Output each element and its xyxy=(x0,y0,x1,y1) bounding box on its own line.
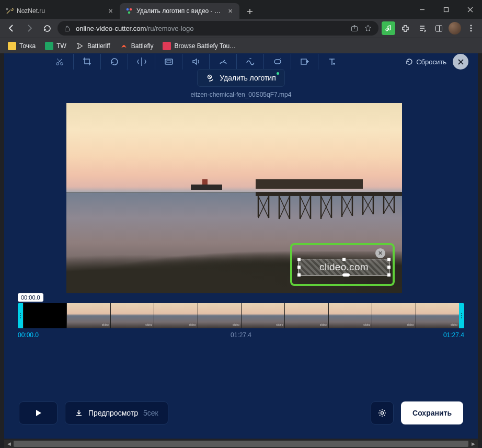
resize-handle[interactable] xyxy=(297,273,301,277)
bookmark-label: Battlefly xyxy=(131,42,154,50)
scroll-left-icon[interactable]: ◀ xyxy=(4,440,14,448)
bookmark-item[interactable]: Battleriff xyxy=(72,40,114,52)
bookmark-item[interactable]: Battlefly xyxy=(116,40,157,52)
timeline-tooltip: 00:00.0 xyxy=(18,293,43,302)
rotate-tool-icon[interactable] xyxy=(100,54,128,70)
remove-logo-row: Удалить логотип xyxy=(4,69,478,87)
svg-point-0 xyxy=(127,8,129,11)
extension-music-icon[interactable] xyxy=(382,21,395,35)
timeline-thumb[interactable] xyxy=(23,303,66,328)
reset-button[interactable]: Сбросить xyxy=(405,58,446,66)
timeline-thumb[interactable]: clideo xyxy=(328,303,372,328)
stabilize-tool-icon[interactable] xyxy=(236,54,263,70)
reading-list-icon[interactable] xyxy=(415,21,429,35)
watermark-text: clideo.com xyxy=(319,261,369,273)
svg-rect-6 xyxy=(435,26,442,31)
star-icon[interactable] xyxy=(364,24,372,32)
side-panel-icon[interactable] xyxy=(432,21,445,35)
timeline[interactable]: clideo clideo clideo clideo clideo clide… xyxy=(18,303,464,328)
scrollbar-thumb[interactable] xyxy=(14,441,468,447)
window-controls xyxy=(410,0,482,19)
video-editor-app: Сбросить Удалить логотип eitzen-chemical… xyxy=(4,53,478,439)
cut-tool-icon[interactable] xyxy=(46,54,73,70)
bookmark-item[interactable]: TW xyxy=(41,40,70,52)
timeline-thumb[interactable]: clideo xyxy=(241,303,284,328)
svg-rect-13 xyxy=(167,61,171,63)
tab-title: Удалить логотип с видео - стер xyxy=(136,7,223,15)
time-start-label: 00:00.0 xyxy=(18,331,39,339)
timeline-thumb[interactable]: clideo xyxy=(198,303,241,328)
svg-rect-14 xyxy=(274,60,281,64)
timeline-thumb[interactable]: clideo xyxy=(372,303,415,328)
url-bar[interactable]: online-video-cutter.com/ru/remove-logo xyxy=(58,21,378,36)
timeline-handle-right[interactable] xyxy=(459,303,464,328)
loop-tool-icon[interactable] xyxy=(263,54,291,70)
resize-handle[interactable] xyxy=(387,266,391,269)
video-frame-ship xyxy=(191,179,222,194)
browser-toolbar: online-video-cutter.com/ru/remove-logo xyxy=(0,19,482,38)
time-mid-label: 01:27.4 xyxy=(231,331,251,339)
preview-label: Предпросмотр xyxy=(88,409,138,417)
svg-point-2 xyxy=(128,12,131,14)
svg-rect-4 xyxy=(65,28,70,31)
svg-point-8 xyxy=(470,28,472,29)
close-tab-icon[interactable]: ✕ xyxy=(106,7,114,15)
preview-button[interactable]: Предпросмотр 5сек xyxy=(65,401,168,424)
close-panel-button[interactable] xyxy=(453,54,468,70)
bookmark-item[interactable]: Browse Battlefy Tou… xyxy=(159,40,239,52)
timeline-handle-left[interactable] xyxy=(18,303,23,328)
app-toolbar: Сбросить xyxy=(4,53,478,70)
back-button[interactable] xyxy=(4,21,19,36)
share-icon[interactable] xyxy=(350,24,359,32)
play-button[interactable] xyxy=(19,401,58,424)
window-close-button[interactable] xyxy=(458,0,482,19)
flip-tool-icon[interactable] xyxy=(128,54,155,70)
resize-handle[interactable] xyxy=(387,273,391,277)
menu-icon[interactable] xyxy=(464,21,478,35)
extensions-icon[interactable] xyxy=(398,21,412,35)
save-button[interactable]: Сохранить xyxy=(401,401,463,424)
settings-button[interactable] xyxy=(371,401,394,424)
selection-close-button[interactable]: ✕ xyxy=(375,248,385,258)
resize-handle[interactable] xyxy=(297,258,301,261)
speed-tool-icon[interactable] xyxy=(209,54,236,70)
logo-selection-box[interactable]: clideo.com xyxy=(299,259,389,275)
add-media-tool-icon[interactable] xyxy=(291,54,318,70)
tool-icons-strip xyxy=(46,54,345,70)
timeline-thumb[interactable]: clideo xyxy=(416,303,459,328)
resize-handle[interactable] xyxy=(342,273,350,277)
resize-tool-icon[interactable] xyxy=(155,54,182,70)
resize-handle[interactable] xyxy=(297,266,301,269)
text-tool-icon[interactable] xyxy=(318,54,345,70)
profile-avatar[interactable] xyxy=(449,22,461,35)
resize-handle[interactable] xyxy=(387,258,391,261)
bookmark-label: TW xyxy=(56,42,66,50)
resize-handle[interactable] xyxy=(342,258,346,261)
bookmark-item[interactable]: Точка xyxy=(4,40,39,52)
volume-tool-icon[interactable] xyxy=(182,54,209,70)
close-tab-icon[interactable]: ✕ xyxy=(226,7,234,15)
timeline-thumb[interactable]: clideo xyxy=(110,303,154,328)
remove-logo-label: Удалить логотип xyxy=(220,74,276,82)
scroll-right-icon[interactable]: ▶ xyxy=(468,440,478,448)
minimize-button[interactable] xyxy=(410,0,434,19)
reload-button[interactable] xyxy=(40,21,54,36)
remove-logo-button[interactable]: Удалить логотип xyxy=(197,69,285,87)
timeline-thumb[interactable]: clideo xyxy=(154,303,197,328)
forward-button[interactable] xyxy=(22,21,37,36)
video-preview[interactable]: ✕ clideo.com xyxy=(66,103,402,293)
timeline-thumb[interactable]: clideo xyxy=(284,303,328,328)
browser-tab-noznet[interactable]: NozNet.ru ✕ xyxy=(0,3,120,19)
crop-tool-icon[interactable] xyxy=(73,54,100,70)
remove-logo-icon xyxy=(206,73,215,83)
notification-dot-icon xyxy=(277,72,279,75)
new-tab-button[interactable] xyxy=(243,4,257,19)
browser-tab-videocutter[interactable]: Удалить логотип с видео - стер ✕ xyxy=(120,3,239,19)
svg-point-10 xyxy=(56,63,59,65)
selection-highlight: ✕ clideo.com xyxy=(290,243,395,286)
maximize-button[interactable] xyxy=(434,0,458,19)
bookmark-label: Точка xyxy=(19,42,36,50)
timeline-thumb[interactable]: clideo xyxy=(66,303,110,328)
bookmark-label: Browse Battlefy Tou… xyxy=(174,42,236,50)
horizontal-scrollbar[interactable]: ◀ ▶ xyxy=(4,440,478,448)
